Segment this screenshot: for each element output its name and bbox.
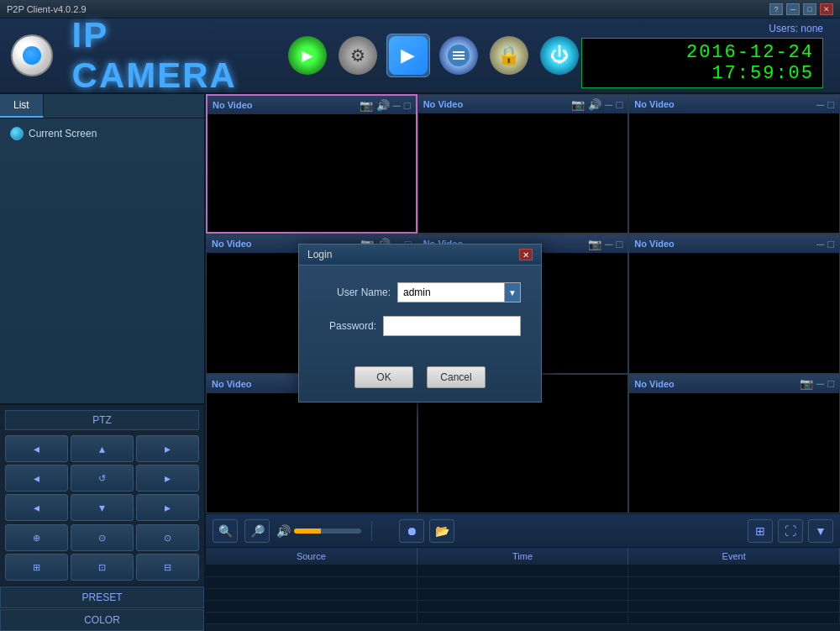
dialog-title: Login [307,249,332,260]
cancel-button[interactable]: Cancel [427,366,486,388]
login-dialog: Login ✕ User Name: admin ▼ Password: OK … [298,244,542,402]
dialog-buttons: OK Cancel [299,366,541,402]
password-input[interactable] [383,316,521,336]
dialog-overlay: Login ✕ User Name: admin ▼ Password: OK … [0,0,840,631]
password-row: Password: [319,316,521,336]
username-label: User Name: [319,287,391,298]
ok-button[interactable]: OK [354,366,413,388]
dialog-body: User Name: admin ▼ Password: [299,266,541,366]
dialog-titlebar: Login ✕ [299,245,541,266]
username-row: User Name: admin ▼ [319,282,521,302]
username-select[interactable]: admin [397,282,521,302]
username-select-wrapper: admin ▼ [397,282,521,302]
dialog-close-button[interactable]: ✕ [519,249,533,260]
password-label: Password: [319,320,376,332]
